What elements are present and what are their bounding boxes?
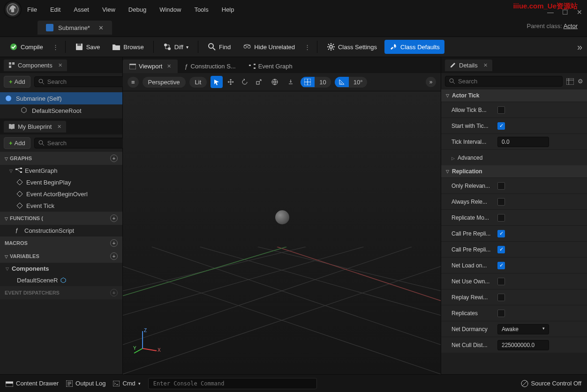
construction-script[interactable]: ƒ ConstructionScript [0, 225, 122, 237]
perspective-button[interactable]: Perspective [143, 77, 186, 88]
number-input[interactable]: 0.0 [497, 137, 549, 147]
add-dispatcher-icon[interactable]: + [110, 289, 118, 296]
browse-button[interactable]: Browse [107, 40, 148, 54]
tab-construction-script[interactable]: ƒ Construction S... [178, 59, 242, 73]
close-icon[interactable]: ✕ [483, 62, 488, 68]
close-icon[interactable]: ✕ [57, 124, 61, 130]
checkbox[interactable] [497, 294, 505, 301]
details-tab[interactable]: Details ✕ [445, 59, 492, 71]
checkbox[interactable] [497, 278, 505, 285]
viewport-3d[interactable]: X Y Z [123, 91, 441, 374]
my-blueprint-tab[interactable]: My Blueprint ✕ [4, 121, 66, 133]
event-graph-item[interactable]: ▽ EventGraph [0, 165, 122, 177]
details-section[interactable]: ▽Replication [441, 165, 587, 178]
section-variables[interactable]: ▽VARIABLES + [0, 250, 122, 263]
checkbox[interactable] [497, 182, 505, 190]
checkbox[interactable] [497, 122, 505, 130]
property-matrix-icon[interactable] [566, 78, 574, 85]
menu-help[interactable]: Help [222, 6, 234, 13]
select-tool[interactable] [211, 76, 223, 88]
class-settings-button[interactable]: Class Settings [322, 40, 382, 54]
lit-button[interactable]: Lit [189, 77, 207, 88]
close-tab-icon[interactable]: ✕ [98, 24, 104, 31]
move-tool[interactable] [225, 76, 237, 88]
details-section[interactable]: ▽Actor Tick [441, 89, 587, 102]
find-button[interactable]: Find [203, 40, 235, 54]
rotate-tool[interactable] [239, 76, 251, 88]
checkbox[interactable] [497, 198, 505, 206]
surface-snap-toggle[interactable] [285, 76, 297, 88]
viewport-menu-button[interactable]: ≡ [128, 77, 139, 88]
menu-window[interactable]: Window [159, 6, 181, 13]
hide-unrelated-button[interactable]: Hide Unrelated [238, 40, 300, 54]
world-local-toggle[interactable] [269, 76, 281, 88]
add-component-button[interactable]: + Add [4, 76, 30, 88]
component-self[interactable]: Submarine (Self) [0, 92, 122, 104]
checkbox[interactable] [497, 214, 505, 222]
add-function-icon[interactable]: + [110, 214, 118, 222]
minimize-icon[interactable]: — [547, 8, 554, 16]
event-overlap[interactable]: Event ActorBeginOverl [0, 188, 122, 200]
class-defaults-button[interactable]: Class Defaults [384, 40, 444, 54]
scale-tool[interactable] [253, 76, 265, 88]
section-functions[interactable]: ▽FUNCTIONS ( + [0, 212, 122, 225]
variables-components[interactable]: ▽ Components [0, 263, 122, 274]
advanced-toggle[interactable]: ▷Advanced [441, 149, 587, 165]
number-input[interactable]: 225000000.0 [497, 340, 549, 350]
checkbox[interactable] [497, 310, 505, 317]
save-button[interactable]: Save [70, 40, 105, 54]
event-beginplay[interactable]: Event BeginPlay [0, 177, 122, 188]
checkbox[interactable] [497, 230, 505, 237]
components-search-input[interactable] [47, 78, 126, 85]
blueprint-search-input[interactable] [47, 140, 126, 147]
maximize-icon[interactable]: ☐ [562, 8, 568, 16]
hide-options-icon[interactable]: ⋮ [302, 42, 312, 52]
content-drawer-button[interactable]: Content Drawer [6, 380, 59, 387]
section-dispatchers[interactable]: EVENT DISPATCHERS + [0, 286, 122, 299]
details-search-input[interactable] [458, 78, 558, 85]
diff-button[interactable]: Diff ▾ [158, 40, 193, 54]
source-control-button[interactable]: Source Control Off [521, 380, 581, 387]
parent-class-link[interactable]: Actor [564, 22, 578, 30]
close-icon[interactable]: ✕ [58, 62, 62, 68]
section-graphs[interactable]: ▽GRAPHS + [0, 152, 122, 165]
menu-file[interactable]: File [27, 6, 37, 13]
menu-view[interactable]: View [102, 6, 115, 13]
menu-tools[interactable]: Tools [194, 6, 208, 13]
components-tab[interactable]: Components ✕ [4, 59, 67, 71]
checkbox[interactable] [497, 262, 505, 269]
add-graph-icon[interactable]: + [110, 155, 118, 162]
blueprint-search[interactable] [34, 138, 130, 148]
event-tick[interactable]: Event Tick [0, 200, 122, 212]
compile-options-icon[interactable]: ⋮ [51, 42, 60, 52]
component-scene-root[interactable]: DefaultSceneRoot [0, 104, 122, 117]
tab-viewport[interactable]: Viewport ✕ [123, 59, 178, 73]
viewport-overflow-icon[interactable]: » [426, 77, 436, 87]
components-search[interactable] [34, 76, 130, 87]
svg-point-13 [39, 79, 43, 83]
details-search[interactable] [445, 76, 563, 87]
checkbox[interactable] [497, 246, 505, 253]
menu-asset[interactable]: Asset [74, 6, 89, 13]
section-macros[interactable]: MACROS + [0, 237, 122, 250]
add-macro-icon[interactable]: + [110, 239, 118, 247]
close-icon[interactable]: ✕ [167, 63, 171, 69]
output-log-button[interactable]: Output Log [66, 380, 105, 387]
add-blueprint-button[interactable]: + Add [4, 137, 30, 149]
menu-edit[interactable]: Edit [50, 6, 60, 13]
toolbar-overflow-icon[interactable]: » [577, 42, 582, 52]
document-tab[interactable]: Submarine* ✕ [38, 21, 112, 35]
close-window-icon[interactable]: ✕ [577, 8, 582, 16]
angle-snap[interactable]: 10° [335, 77, 368, 88]
var-default-scene[interactable]: DefaultSceneR [0, 274, 122, 286]
menu-debug[interactable]: Debug [128, 6, 146, 13]
tab-event-graph[interactable]: Event Graph [242, 59, 299, 73]
cmd-dropdown[interactable]: Cmd ▾ [113, 380, 140, 387]
gear-icon[interactable]: ⚙ [578, 78, 583, 85]
dropdown[interactable]: Awake▾ [497, 324, 549, 334]
add-variable-icon[interactable]: + [110, 252, 118, 260]
checkbox[interactable] [497, 106, 505, 114]
compile-button[interactable]: Compile [5, 40, 48, 54]
grid-snap[interactable]: 10 [301, 77, 331, 88]
console-input[interactable] [148, 378, 317, 389]
